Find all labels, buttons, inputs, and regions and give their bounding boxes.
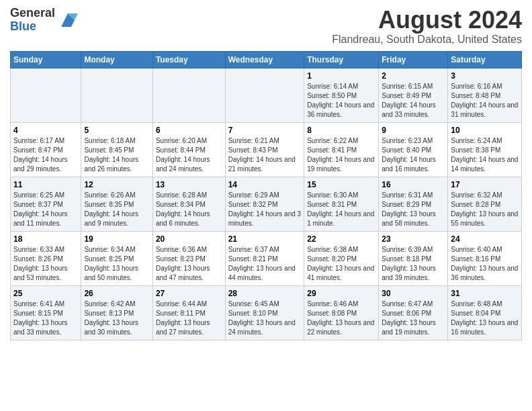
calendar-cell: 13Sunrise: 6:28 AM Sunset: 8:34 PM Dayli… <box>152 177 225 231</box>
day-info: Sunrise: 6:38 AM Sunset: 8:20 PM Dayligh… <box>307 245 375 283</box>
calendar-cell: 14Sunrise: 6:29 AM Sunset: 8:32 PM Dayli… <box>225 177 304 231</box>
calendar-header: Sunday Monday Tuesday Wednesday Thursday… <box>11 51 522 68</box>
logo-general: General <box>10 7 55 20</box>
calendar-cell: 8Sunrise: 6:22 AM Sunset: 8:41 PM Daylig… <box>304 122 379 177</box>
calendar-body: 1Sunrise: 6:14 AM Sunset: 8:50 PM Daylig… <box>11 68 522 340</box>
day-info: Sunrise: 6:26 AM Sunset: 8:35 PM Dayligh… <box>84 191 149 228</box>
day-info: Sunrise: 6:41 AM Sunset: 8:15 PM Dayligh… <box>13 300 78 337</box>
calendar-cell: 10Sunrise: 6:24 AM Sunset: 8:38 PM Dayli… <box>448 122 522 177</box>
calendar-cell: 19Sunrise: 6:34 AM Sunset: 8:25 PM Dayli… <box>81 231 152 285</box>
calendar-cell: 31Sunrise: 6:48 AM Sunset: 8:04 PM Dayli… <box>448 285 522 340</box>
day-info: Sunrise: 6:46 AM Sunset: 8:08 PM Dayligh… <box>307 300 375 337</box>
day-number: 20 <box>156 234 222 244</box>
day-info: Sunrise: 6:48 AM Sunset: 8:04 PM Dayligh… <box>451 300 519 337</box>
day-info: Sunrise: 6:30 AM Sunset: 8:31 PM Dayligh… <box>307 191 375 228</box>
day-info: Sunrise: 6:39 AM Sunset: 8:18 PM Dayligh… <box>382 245 445 283</box>
logo-blue: Blue <box>10 20 55 34</box>
day-info: Sunrise: 6:47 AM Sunset: 8:06 PM Dayligh… <box>382 300 445 337</box>
day-number: 12 <box>84 180 149 189</box>
calendar-cell: 20Sunrise: 6:36 AM Sunset: 8:23 PM Dayli… <box>152 231 225 285</box>
calendar-cell <box>152 68 225 122</box>
day-info: Sunrise: 6:36 AM Sunset: 8:23 PM Dayligh… <box>156 245 222 283</box>
calendar-cell: 17Sunrise: 6:32 AM Sunset: 8:28 PM Dayli… <box>448 177 522 231</box>
calendar-cell: 5Sunrise: 6:18 AM Sunset: 8:45 PM Daylig… <box>81 122 152 177</box>
day-number: 26 <box>84 289 149 298</box>
header-wednesday: Wednesday <box>225 51 304 68</box>
day-number: 14 <box>228 180 302 189</box>
day-number: 4 <box>13 126 78 135</box>
day-number: 15 <box>307 180 375 189</box>
day-info: Sunrise: 6:33 AM Sunset: 8:26 PM Dayligh… <box>13 245 78 283</box>
calendar-cell: 1Sunrise: 6:14 AM Sunset: 8:50 PM Daylig… <box>304 68 379 122</box>
header-tuesday: Tuesday <box>152 51 225 68</box>
calendar-cell: 26Sunrise: 6:42 AM Sunset: 8:13 PM Dayli… <box>81 285 152 340</box>
day-info: Sunrise: 6:20 AM Sunset: 8:44 PM Dayligh… <box>156 136 222 174</box>
day-number: 24 <box>451 234 519 244</box>
calendar-week-3: 11Sunrise: 6:25 AM Sunset: 8:37 PM Dayli… <box>11 177 522 231</box>
day-info: Sunrise: 6:29 AM Sunset: 8:32 PM Dayligh… <box>228 191 302 228</box>
calendar-week-1: 1Sunrise: 6:14 AM Sunset: 8:50 PM Daylig… <box>11 68 522 122</box>
day-info: Sunrise: 6:16 AM Sunset: 8:48 PM Dayligh… <box>451 82 519 120</box>
day-info: Sunrise: 6:31 AM Sunset: 8:29 PM Dayligh… <box>382 191 445 228</box>
day-number: 25 <box>13 289 78 298</box>
header-sunday: Sunday <box>11 51 81 68</box>
day-number: 30 <box>382 289 445 298</box>
calendar-cell: 21Sunrise: 6:37 AM Sunset: 8:21 PM Dayli… <box>225 231 304 285</box>
day-info: Sunrise: 6:44 AM Sunset: 8:11 PM Dayligh… <box>156 300 222 337</box>
day-info: Sunrise: 6:32 AM Sunset: 8:28 PM Dayligh… <box>451 191 519 228</box>
title-section: August 2024 Flandreau, South Dakota, Uni… <box>332 7 522 46</box>
day-info: Sunrise: 6:45 AM Sunset: 8:10 PM Dayligh… <box>228 300 302 337</box>
header-row: Sunday Monday Tuesday Wednesday Thursday… <box>11 51 522 68</box>
day-number: 18 <box>13 234 78 244</box>
day-number: 19 <box>84 234 149 244</box>
day-number: 22 <box>307 234 375 244</box>
calendar-cell: 4Sunrise: 6:17 AM Sunset: 8:47 PM Daylig… <box>11 122 81 177</box>
day-number: 23 <box>382 234 445 244</box>
day-info: Sunrise: 6:24 AM Sunset: 8:38 PM Dayligh… <box>451 136 519 174</box>
day-number: 17 <box>451 180 519 189</box>
day-number: 10 <box>451 126 519 135</box>
day-info: Sunrise: 6:15 AM Sunset: 8:49 PM Dayligh… <box>382 82 445 120</box>
calendar-cell: 3Sunrise: 6:16 AM Sunset: 8:48 PM Daylig… <box>448 68 522 122</box>
day-number: 16 <box>382 180 445 189</box>
day-info: Sunrise: 6:18 AM Sunset: 8:45 PM Dayligh… <box>84 136 149 174</box>
logo-text: General Blue <box>10 7 55 34</box>
calendar-cell: 15Sunrise: 6:30 AM Sunset: 8:31 PM Dayli… <box>304 177 379 231</box>
calendar-cell <box>81 68 152 122</box>
logo: General Blue <box>10 7 78 34</box>
calendar-cell: 22Sunrise: 6:38 AM Sunset: 8:20 PM Dayli… <box>304 231 379 285</box>
day-info: Sunrise: 6:40 AM Sunset: 8:16 PM Dayligh… <box>451 245 519 283</box>
header-saturday: Saturday <box>448 51 522 68</box>
calendar-cell: 9Sunrise: 6:23 AM Sunset: 8:40 PM Daylig… <box>379 122 448 177</box>
calendar-table: Sunday Monday Tuesday Wednesday Thursday… <box>10 51 522 340</box>
calendar-cell <box>11 68 81 122</box>
subtitle: Flandreau, South Dakota, United States <box>332 34 522 46</box>
day-number: 2 <box>382 71 445 81</box>
header-friday: Friday <box>379 51 448 68</box>
day-number: 21 <box>228 234 302 244</box>
calendar-week-5: 25Sunrise: 6:41 AM Sunset: 8:15 PM Dayli… <box>11 285 522 340</box>
header-monday: Monday <box>81 51 152 68</box>
day-info: Sunrise: 6:21 AM Sunset: 8:43 PM Dayligh… <box>228 136 302 174</box>
calendar-week-4: 18Sunrise: 6:33 AM Sunset: 8:26 PM Dayli… <box>11 231 522 285</box>
calendar-week-2: 4Sunrise: 6:17 AM Sunset: 8:47 PM Daylig… <box>11 122 522 177</box>
day-info: Sunrise: 6:25 AM Sunset: 8:37 PM Dayligh… <box>13 191 78 228</box>
calendar-cell: 6Sunrise: 6:20 AM Sunset: 8:44 PM Daylig… <box>152 122 225 177</box>
calendar-cell: 7Sunrise: 6:21 AM Sunset: 8:43 PM Daylig… <box>225 122 304 177</box>
day-number: 8 <box>307 126 375 135</box>
day-info: Sunrise: 6:14 AM Sunset: 8:50 PM Dayligh… <box>307 82 375 120</box>
day-number: 1 <box>307 71 375 81</box>
day-number: 27 <box>156 289 222 298</box>
day-info: Sunrise: 6:42 AM Sunset: 8:13 PM Dayligh… <box>84 300 149 337</box>
day-number: 28 <box>228 289 302 298</box>
calendar-cell: 12Sunrise: 6:26 AM Sunset: 8:35 PM Dayli… <box>81 177 152 231</box>
day-number: 9 <box>382 126 445 135</box>
day-info: Sunrise: 6:17 AM Sunset: 8:47 PM Dayligh… <box>13 136 78 174</box>
day-number: 6 <box>156 126 222 135</box>
calendar-cell: 28Sunrise: 6:45 AM Sunset: 8:10 PM Dayli… <box>225 285 304 340</box>
calendar-cell: 18Sunrise: 6:33 AM Sunset: 8:26 PM Dayli… <box>11 231 81 285</box>
logo-icon <box>58 10 78 30</box>
day-number: 13 <box>156 180 222 189</box>
main-title: August 2024 <box>332 7 522 34</box>
calendar-cell: 27Sunrise: 6:44 AM Sunset: 8:11 PM Dayli… <box>152 285 225 340</box>
